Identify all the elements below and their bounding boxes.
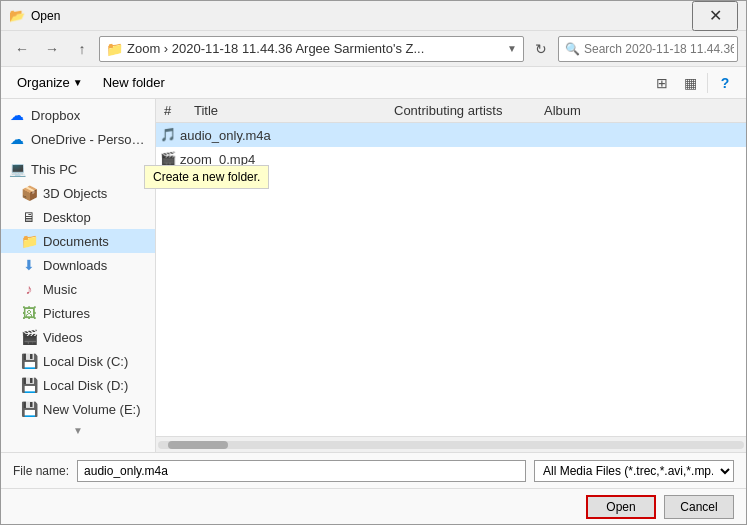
sidebar-item-downloads[interactable]: ⬇ Downloads bbox=[1, 253, 155, 277]
sidebar-label-3dobjects: 3D Objects bbox=[43, 186, 107, 201]
sidebar-item-pictures[interactable]: 🖼 Pictures bbox=[1, 301, 155, 325]
pictures-icon: 🖼 bbox=[21, 305, 37, 321]
dialog-title: Open bbox=[31, 9, 692, 23]
view-list-button[interactable]: ⊞ bbox=[649, 70, 675, 96]
view-buttons: ⊞ ▦ ? bbox=[649, 70, 738, 96]
col-album[interactable]: Album bbox=[540, 103, 742, 118]
downloads-icon: ⬇ bbox=[21, 257, 37, 273]
back-button[interactable]: ← bbox=[9, 36, 35, 62]
open-dialog: 📂 Open ✕ ← → ↑ 📁 Zoom › 2020-11-18 11.44… bbox=[0, 0, 747, 525]
thispc-icon: 💻 bbox=[9, 161, 25, 177]
sidebar-item-localdisk-d[interactable]: 💾 Local Disk (D:) bbox=[1, 373, 155, 397]
search-icon: 🔍 bbox=[565, 42, 580, 56]
dialog-icon: 📂 bbox=[9, 8, 25, 24]
videos-icon: 🎬 bbox=[21, 329, 37, 345]
sidebar-label-videos: Videos bbox=[43, 330, 83, 345]
onedrive-icon: ☁ bbox=[9, 131, 25, 147]
sidebar-item-music[interactable]: ♪ Music bbox=[1, 277, 155, 301]
music-icon: ♪ bbox=[21, 281, 37, 297]
toolbar-separator bbox=[707, 73, 708, 93]
horizontal-scrollbar-thumb[interactable] bbox=[168, 441, 228, 449]
sidebar-label-localdisk-d: Local Disk (D:) bbox=[43, 378, 128, 393]
sidebar-label-desktop: Desktop bbox=[43, 210, 91, 225]
organize-button[interactable]: Organize ▼ bbox=[9, 71, 91, 95]
new-folder-label: New folder bbox=[103, 75, 165, 90]
filename-input[interactable] bbox=[77, 460, 526, 482]
sidebar-label-localdisk-c: Local Disk (C:) bbox=[43, 354, 128, 369]
filename-bar: File name: All Media Files (*.trec,*.avi… bbox=[1, 452, 746, 488]
sidebar-item-videos[interactable]: 🎬 Videos bbox=[1, 325, 155, 349]
sidebar-scroll-indicator: ▼ bbox=[1, 421, 155, 440]
localdisk-d-icon: 💾 bbox=[21, 377, 37, 393]
main-panel: # Title Contributing artists Album 🎵 aud… bbox=[156, 99, 746, 452]
new-folder-tooltip: Create a new folder. bbox=[144, 165, 269, 189]
sidebar-item-dropbox[interactable]: ☁ Dropbox bbox=[1, 103, 155, 127]
sidebar-label-documents: Documents bbox=[43, 234, 109, 249]
sidebar-label-pictures: Pictures bbox=[43, 306, 90, 321]
sidebar-label-thispc: This PC bbox=[31, 162, 77, 177]
col-contributing[interactable]: Contributing artists bbox=[390, 103, 540, 118]
horizontal-scrollbar-area bbox=[156, 436, 746, 452]
localdisk-c-icon: 💾 bbox=[21, 353, 37, 369]
sidebar-label-onedrive: OneDrive - Person... bbox=[31, 132, 147, 147]
column-headers: # Title Contributing artists Album bbox=[156, 99, 746, 123]
filename-label: File name: bbox=[13, 464, 69, 478]
address-chevron: ▼ bbox=[507, 43, 517, 54]
cancel-button[interactable]: Cancel bbox=[664, 495, 734, 519]
newvolume-icon: 💾 bbox=[21, 401, 37, 417]
sidebar-item-desktop[interactable]: 🖥 Desktop bbox=[1, 205, 155, 229]
col-hash[interactable]: # bbox=[160, 103, 190, 118]
sidebar-item-thispc[interactable]: 💻 This PC bbox=[1, 157, 155, 181]
organize-chevron: ▼ bbox=[73, 77, 83, 88]
search-bar[interactable]: 🔍 bbox=[558, 36, 738, 62]
sidebar-item-onedrive[interactable]: ☁ OneDrive - Person... bbox=[1, 127, 155, 151]
audio-file-icon: 🎵 bbox=[160, 127, 176, 143]
address-bar[interactable]: 📁 Zoom › 2020-11-18 11.44.36 Argee Sarmi… bbox=[99, 36, 524, 62]
documents-icon: 📁 bbox=[21, 233, 37, 249]
sidebar-item-newvolume[interactable]: 💾 New Volume (E:) bbox=[1, 397, 155, 421]
organize-label: Organize bbox=[17, 75, 70, 90]
forward-button[interactable]: → bbox=[39, 36, 65, 62]
new-folder-button[interactable]: New folder bbox=[95, 71, 173, 95]
up-button[interactable]: ↑ bbox=[69, 36, 95, 62]
sidebar-item-documents[interactable]: 📁 Documents bbox=[1, 229, 155, 253]
content-area: ☁ Dropbox ☁ OneDrive - Person... 💻 This … bbox=[1, 99, 746, 452]
horizontal-scrollbar[interactable] bbox=[158, 441, 744, 449]
search-input[interactable] bbox=[584, 42, 734, 56]
navigation-toolbar: ← → ↑ 📁 Zoom › 2020-11-18 11.44.36 Argee… bbox=[1, 31, 746, 67]
sidebar-label-newvolume: New Volume (E:) bbox=[43, 402, 141, 417]
sidebar-item-3dobjects[interactable]: 📦 3D Objects bbox=[1, 181, 155, 205]
col-title[interactable]: Title bbox=[190, 103, 390, 118]
sidebar-label-downloads: Downloads bbox=[43, 258, 107, 273]
sidebar-label-music: Music bbox=[43, 282, 77, 297]
sidebar: ☁ Dropbox ☁ OneDrive - Person... 💻 This … bbox=[1, 99, 156, 452]
desktop-icon: 🖥 bbox=[21, 209, 37, 225]
action-bar: Organize ▼ New folder Create a new folde… bbox=[1, 67, 746, 99]
audio-file-name: audio_only.m4a bbox=[180, 128, 742, 143]
help-button[interactable]: ? bbox=[712, 70, 738, 96]
refresh-button[interactable]: ↻ bbox=[528, 36, 554, 62]
close-button[interactable]: ✕ bbox=[692, 1, 738, 31]
title-bar: 📂 Open ✕ bbox=[1, 1, 746, 31]
view-details-button[interactable]: ▦ bbox=[677, 70, 703, 96]
sidebar-item-localdisk-c[interactable]: 💾 Local Disk (C:) bbox=[1, 349, 155, 373]
open-button[interactable]: Open bbox=[586, 495, 656, 519]
file-item-audio[interactable]: 🎵 audio_only.m4a bbox=[156, 123, 746, 147]
sidebar-label-dropbox: Dropbox bbox=[31, 108, 80, 123]
dropbox-icon: ☁ bbox=[9, 107, 25, 123]
address-text: Zoom › 2020-11-18 11.44.36 Argee Sarmien… bbox=[127, 41, 503, 56]
3dobjects-icon: 📦 bbox=[21, 185, 37, 201]
filetype-select[interactable]: All Media Files (*.trec,*.avi,*.mp... bbox=[534, 460, 734, 482]
bottom-buttons: Open Cancel bbox=[1, 488, 746, 524]
